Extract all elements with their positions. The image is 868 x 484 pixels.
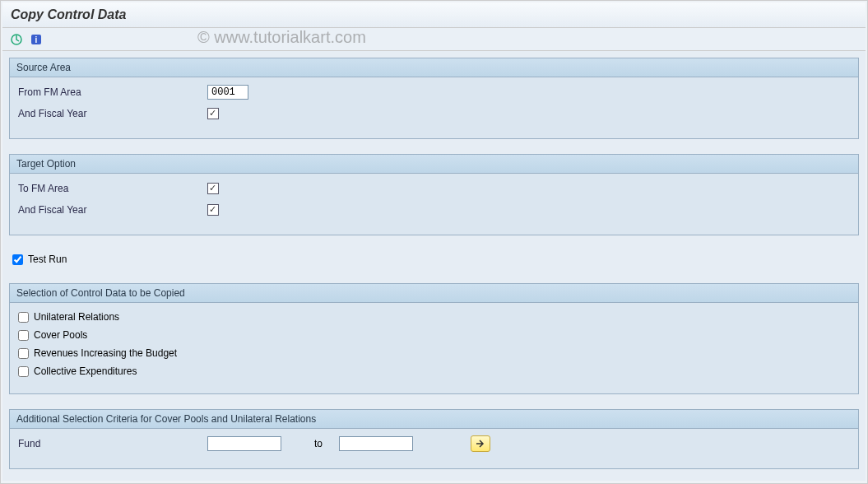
test-run-checkbox[interactable] (12, 254, 23, 265)
from-fm-area-label: From FM Area (18, 86, 207, 98)
source-fiscal-year-label: And Fiscal Year (18, 108, 207, 119)
from-fm-area-input[interactable] (207, 85, 248, 100)
target-fiscal-year-required-icon (207, 204, 219, 216)
to-fm-area-label: To FM Area (18, 183, 207, 194)
unilateral-relations-label: Unilateral Relations (34, 311, 119, 323)
test-run-label: Test Run (28, 254, 67, 265)
info-icon[interactable]: i (29, 32, 44, 47)
multiple-selection-button[interactable] (471, 435, 490, 452)
revenues-label: Revenues Increasing the Budget (34, 347, 177, 359)
group-target-header: Target Option (10, 155, 858, 174)
fund-to-label: to (314, 438, 323, 449)
revenues-checkbox[interactable] (18, 348, 29, 359)
fund-from-input[interactable] (207, 436, 281, 451)
execute-icon[interactable] (9, 32, 24, 47)
group-additional-header: Additional Selection Criteria for Cover … (10, 410, 858, 429)
target-fiscal-year-label: And Fiscal Year (18, 204, 207, 216)
group-selection-header: Selection of Control Data to be Copied (10, 284, 858, 303)
fund-label: Fund (18, 438, 207, 449)
group-additional: Additional Selection Criteria for Cover … (9, 409, 859, 469)
cover-pools-label: Cover Pools (34, 329, 87, 341)
group-target: Target Option To FM Area And Fiscal Year (9, 154, 859, 235)
group-selection: Selection of Control Data to be Copied U… (9, 283, 859, 394)
group-source: Source Area From FM Area And Fiscal Year (9, 58, 859, 139)
source-fiscal-year-required-icon (207, 108, 219, 119)
toolbar: i (2, 28, 866, 51)
cover-pools-checkbox[interactable] (18, 330, 29, 341)
unilateral-relations-checkbox[interactable] (18, 312, 29, 323)
to-fm-area-required-icon (207, 183, 219, 194)
collective-expenditures-label: Collective Expenditures (34, 365, 137, 377)
page-title: Copy Control Data (2, 2, 866, 28)
arrow-right-icon (475, 439, 486, 449)
collective-expenditures-checkbox[interactable] (18, 366, 29, 377)
fund-to-input[interactable] (339, 436, 413, 451)
svg-text:i: i (35, 35, 38, 44)
group-source-header: Source Area (10, 58, 858, 77)
